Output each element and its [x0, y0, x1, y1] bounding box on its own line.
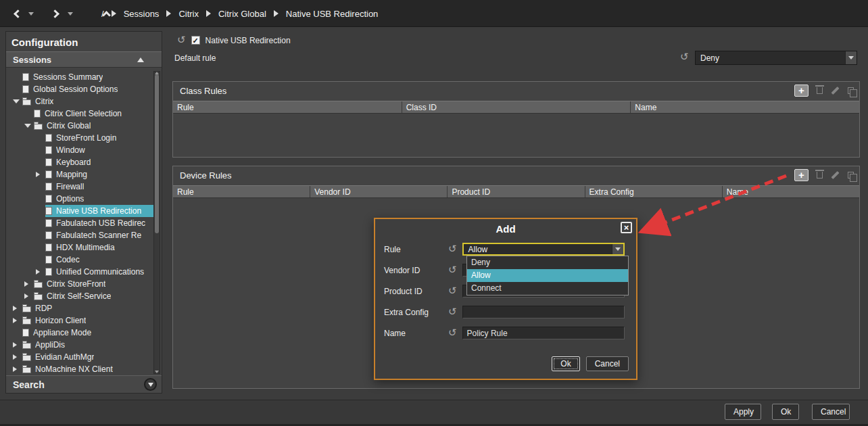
edit-icon[interactable] [831, 87, 839, 95]
column-header-rule[interactable]: Rule [173, 101, 402, 113]
reset-icon[interactable]: ↺ [448, 286, 457, 296]
tree-item-fabulatech-scanner-re[interactable]: Fabulatech Scanner Re [6, 229, 156, 241]
page-icon [45, 231, 52, 239]
native-usb-redirection-checkbox[interactable]: ✓ [191, 36, 200, 45]
column-header-name[interactable]: Name [723, 186, 859, 197]
device-rules-title: Device Rules [180, 170, 232, 181]
expand-icon[interactable] [24, 281, 28, 287]
tree-item-sessions-summary[interactable]: Sessions Summary [6, 71, 156, 83]
dropdown-option-deny[interactable]: Deny [467, 256, 628, 269]
sessions-section-header[interactable]: Sessions [6, 51, 162, 68]
breadcrumb: / SessionsCitrixCitrix GlobalNative USB … [101, 0, 378, 27]
add-device-rule-button[interactable]: + [794, 169, 809, 181]
tree-item-mapping[interactable]: Mapping [6, 168, 156, 181]
add-class-rule-button[interactable]: + [794, 85, 809, 97]
reset-icon[interactable]: ↺ [177, 35, 186, 45]
search-section-header[interactable]: Search [6, 375, 162, 393]
tree-item-global-session-options[interactable]: Global Session Options [6, 83, 156, 95]
tree-item-horizon-client[interactable]: Horizon Client [6, 314, 156, 327]
collapse-icon[interactable] [13, 99, 20, 103]
tree-item-codec[interactable]: Codec [6, 254, 156, 266]
collapse-icon[interactable] [24, 124, 31, 128]
tree-item-hdx-multimedia[interactable]: HDX Multimedia [6, 241, 156, 254]
dialog-ok-button[interactable]: Ok [552, 356, 579, 371]
tree-item-fabulatech-usb-redirec[interactable]: Fabulatech USB Redirec [6, 217, 156, 229]
breadcrumb-root[interactable]: / [101, 9, 104, 19]
dropdown-option-allow[interactable]: Allow [467, 269, 628, 282]
dropdown-arrow-button[interactable] [612, 244, 623, 254]
expand-icon[interactable] [13, 366, 17, 372]
forward-history-dropdown-icon[interactable] [68, 12, 73, 16]
scroll-down-icon[interactable] [155, 371, 159, 373]
scrollbar-thumb[interactable] [155, 74, 159, 233]
folder-icon [22, 355, 31, 361]
configuration-sidebar: Configuration Sessions Sessions SummaryG… [5, 31, 162, 394]
tree-item-citrix-global[interactable]: Citrix Global [6, 120, 156, 132]
extra-config-input[interactable] [462, 306, 625, 318]
reset-icon[interactable]: ↺ [448, 265, 457, 275]
tree-item-native-usb-redirection[interactable]: Native USB Redirection [6, 205, 156, 217]
reset-icon[interactable]: ↺ [448, 328, 457, 338]
expand-icon[interactable] [24, 293, 28, 299]
tree-item-options[interactable]: Options [6, 193, 156, 205]
expand-icon[interactable] [13, 318, 17, 323]
breadcrumb-item-citrix-global[interactable]: Citrix Global [218, 9, 266, 19]
tree-item-firewall[interactable]: Firewall [6, 181, 156, 193]
column-header-product-id[interactable]: Product ID [448, 186, 585, 197]
column-header-extra-config[interactable]: Extra Config [585, 186, 723, 197]
default-rule-select[interactable]: Deny [695, 51, 857, 65]
expand-search-button[interactable] [144, 378, 157, 391]
breadcrumb-item-citrix[interactable]: Citrix [178, 9, 199, 19]
column-header-rule[interactable]: Rule [173, 186, 310, 197]
copy-icon[interactable] [848, 172, 854, 179]
tree-item-appliance-mode[interactable]: Appliance Mode [6, 327, 156, 339]
tree-item-label: Keyboard [56, 158, 91, 167]
breadcrumb-item-native-usb-redirection[interactable]: Native USB Redirection [286, 9, 379, 19]
edit-icon[interactable] [831, 171, 839, 179]
tree-item-citrix-storefront[interactable]: Citrix StoreFront [6, 278, 156, 290]
expand-icon[interactable] [13, 342, 17, 348]
tree-item-citrix[interactable]: Citrix [6, 95, 156, 108]
apply-button[interactable]: Apply [725, 404, 761, 420]
tree-item-applidis[interactable]: AppliDis [6, 339, 156, 351]
tree-item-rdp[interactable]: RDP [6, 302, 156, 314]
tree-item-unified-communications[interactable]: Unified Communications [6, 266, 156, 278]
rule-select[interactable]: Allow [462, 243, 625, 256]
forward-button[interactable] [49, 5, 64, 22]
column-header-class-id[interactable]: Class ID [402, 101, 631, 113]
tree-item-label: StoreFront Login [56, 133, 116, 143]
close-icon[interactable]: × [621, 222, 632, 233]
tree-item-window[interactable]: Window [6, 144, 156, 156]
sidebar-scrollbar[interactable] [153, 71, 160, 374]
reset-icon[interactable]: ↺ [680, 52, 689, 62]
column-header-vendor-id[interactable]: Vendor ID [310, 186, 448, 197]
column-header-name[interactable]: Name [631, 101, 859, 113]
expand-icon[interactable] [13, 354, 17, 360]
breadcrumb-separator-icon [166, 10, 171, 17]
page-icon [22, 329, 29, 337]
expand-icon[interactable] [36, 172, 40, 177]
tree-item-citrix-self-service[interactable]: Citrix Self-Service [6, 290, 156, 302]
reset-icon[interactable]: ↺ [448, 244, 457, 254]
back-history-dropdown-icon[interactable] [28, 12, 34, 16]
delete-icon[interactable] [817, 87, 823, 94]
tree-item-keyboard[interactable]: Keyboard [6, 156, 156, 168]
expand-icon[interactable] [36, 269, 40, 275]
dropdown-option-connect[interactable]: Connect [467, 282, 628, 295]
dialog-cancel-button[interactable]: Cancel [586, 356, 629, 371]
dropdown-arrow-button[interactable] [845, 51, 857, 64]
back-button[interactable] [9, 5, 24, 22]
name-input[interactable] [462, 327, 625, 339]
copy-icon[interactable] [848, 87, 854, 94]
tree-item-citrix-client-selection[interactable]: Citrix Client Selection [6, 108, 156, 120]
expand-icon[interactable] [13, 306, 17, 311]
cancel-button[interactable]: Cancel [812, 404, 850, 420]
tree-item-label: Unified Communications [56, 267, 144, 277]
tree-item-storefront-login[interactable]: StoreFront Login [6, 132, 156, 144]
delete-icon[interactable] [817, 172, 823, 179]
ok-button[interactable]: Ok [772, 404, 799, 420]
tree-item-evidian-authmgr[interactable]: Evidian AuthMgr [6, 351, 156, 363]
breadcrumb-item-sessions[interactable]: Sessions [124, 9, 160, 19]
tree-item-nomachine-nx-client[interactable]: NoMachine NX Client [6, 363, 156, 375]
reset-icon[interactable]: ↺ [448, 307, 457, 317]
